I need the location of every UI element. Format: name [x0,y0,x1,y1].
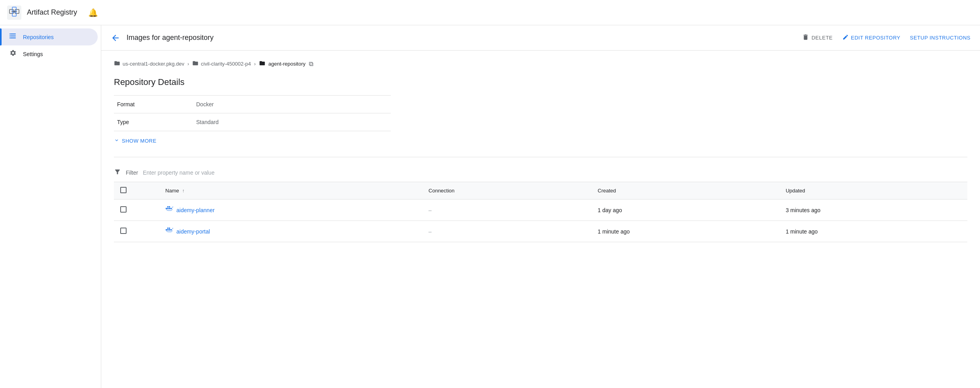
setup-label: Setup Instructions [910,35,971,41]
header-updated: Updated [779,182,967,200]
sidebar-item-settings[interactable]: Settings [0,45,98,62]
sidebar-item-repositories[interactable]: Repositories [0,28,98,45]
folder-icon-2 [192,60,199,68]
breadcrumb-chevron-1: › [187,61,189,67]
content-header: Images for agent-repository Delete [101,25,980,51]
row-created: 1 day ago [591,200,779,221]
svg-rect-11 [9,34,10,34]
edit-label: Edit Repository [851,35,901,41]
detail-label-type: Type [114,113,193,131]
filter-bar: Filter [114,164,967,182]
details-table: Format Docker Type Standard [114,95,391,131]
image-link[interactable]: aidemy-portal [165,226,416,236]
svg-rect-9 [10,36,16,36]
svg-rect-25 [167,228,168,229]
row-select-checkbox[interactable] [120,206,127,213]
sidebar-item-label: Repositories [23,34,54,40]
breadcrumb-item-2[interactable]: civil-clarity-450002-p4 [192,60,251,68]
svg-point-29 [172,228,173,229]
row-connection: – [422,200,592,221]
main-layout: Repositories Settings Images for agent-r… [0,25,980,388]
page-title: Images for agent-repository [127,34,796,42]
svg-rect-13 [9,38,10,38]
header-connection: Connection [422,182,592,200]
content-body: us-central1-docker.pkg.dev › civil-clari… [101,51,980,388]
edit-icon [842,34,849,42]
section-divider [114,157,967,157]
app-logo [6,5,22,21]
back-button[interactable] [111,33,120,43]
header-checkbox-col [114,182,159,200]
docker-icon [165,226,173,236]
filter-label: Filter [126,170,138,176]
setup-instructions-button[interactable]: Setup Instructions [910,35,971,41]
row-updated: 1 minute ago [779,221,967,242]
detail-value-type: Standard [193,113,391,131]
row-connection: – [422,221,592,242]
row-checkbox[interactable] [114,221,159,242]
breadcrumb: us-central1-docker.pkg.dev › civil-clari… [114,60,967,68]
table-row: aidemy-planner – 1 day ago 3 minutes ago [114,200,967,221]
section-title: Repository Details [114,77,967,87]
edit-repository-button[interactable]: Edit Repository [842,34,901,42]
header-created: Created [591,182,779,200]
row-select-checkbox[interactable] [120,228,127,234]
svg-line-28 [172,228,173,229]
list-icon [9,32,17,41]
detail-row-type: Type Standard [114,113,391,131]
row-created: 1 minute ago [591,221,779,242]
sidebar: Repositories Settings [0,25,101,388]
table-row: aidemy-portal – 1 minute ago 1 minute ag… [114,221,967,242]
row-checkbox[interactable] [114,200,159,221]
chevron-down-icon [114,137,119,144]
data-table: Name ↑ Connection Created Updated [114,182,967,242]
docker-icon [165,205,173,215]
image-link[interactable]: aidemy-planner [165,205,416,215]
svg-rect-18 [169,206,170,207]
image-name: aidemy-portal [176,228,210,235]
detail-value-format: Docker [193,96,391,113]
select-all-checkbox[interactable] [120,187,127,193]
sidebar-item-label: Settings [23,51,43,57]
app-title: Artifact Registry [27,8,77,17]
breadcrumb-current: agent-repository ⧉ [259,60,313,68]
folder-icon-3 [259,60,265,68]
svg-rect-17 [167,206,168,207]
row-updated: 3 minutes ago [779,200,967,221]
svg-rect-26 [169,228,170,229]
show-more-button[interactable]: Show More [114,134,967,147]
sort-asc-icon[interactable]: ↑ [182,188,184,194]
row-name: aidemy-portal [159,221,422,242]
image-name: aidemy-planner [176,207,215,213]
content-area: Images for agent-repository Delete [101,25,980,388]
svg-point-21 [172,207,173,207]
bell-icon[interactable]: 🔔 [88,8,98,17]
row-name: aidemy-planner [159,200,422,221]
delete-label: Delete [812,35,833,41]
detail-label-format: Format [114,96,193,113]
svg-rect-10 [10,38,16,38]
gear-icon [9,49,17,58]
filter-input[interactable] [143,170,967,176]
header-name: Name ↑ [159,182,422,200]
breadcrumb-item-1[interactable]: us-central1-docker.pkg.dev [114,60,184,68]
header-actions: Delete Edit Repository Setup Instruction… [802,34,971,42]
filter-icon [114,168,121,177]
logo-area: Artifact Registry 🔔 [6,5,133,21]
copy-icon[interactable]: ⧉ [309,60,313,68]
svg-line-20 [172,207,173,208]
table-header-row: Name ↑ Connection Created Updated [114,182,967,200]
svg-rect-8 [10,34,16,34]
delete-button[interactable]: Delete [802,34,833,42]
top-bar: Artifact Registry 🔔 [0,0,980,25]
delete-icon [802,34,809,42]
folder-icon-1 [114,60,120,68]
breadcrumb-chevron-2: › [254,61,256,67]
detail-row-format: Format Docker [114,96,391,113]
svg-rect-12 [9,36,10,36]
